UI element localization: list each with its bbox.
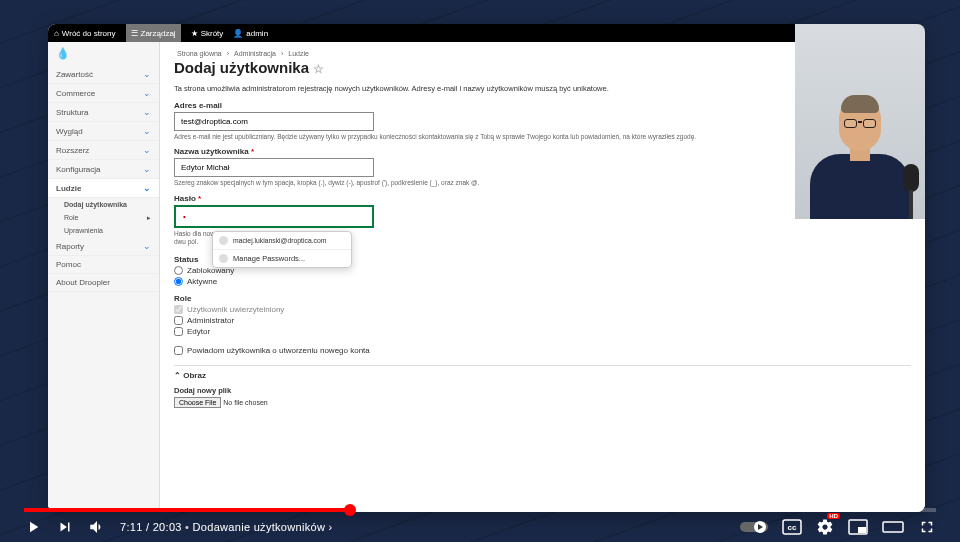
check-label: Powiadom użytkownika o utworzeniu nowego… [187, 346, 370, 355]
user-label: admin [246, 29, 268, 38]
radio-label: Aktywne [187, 277, 217, 286]
volume-button[interactable] [88, 518, 106, 536]
role-auth-checkbox [174, 305, 183, 314]
sidebar-item-help[interactable]: Pomoc [48, 256, 159, 274]
role-editor-checkbox[interactable] [174, 327, 183, 336]
theater-button[interactable] [882, 519, 904, 535]
image-accordion[interactable]: ⌃ Obraz [174, 371, 911, 380]
sidebar-item-reports[interactable]: Raporty⌄ [48, 237, 159, 256]
favorite-star-icon[interactable]: ☆ [313, 62, 324, 76]
microphone-icon [903, 164, 919, 219]
sidebar-item-people[interactable]: Ludzie⌄ [48, 179, 159, 198]
next-button[interactable] [56, 518, 74, 536]
presenter-webcam [795, 24, 925, 219]
crumb[interactable]: Administracja [234, 50, 276, 57]
chevron-right-icon[interactable]: › [329, 521, 333, 533]
star-icon: ★ [191, 29, 198, 38]
sidebar-item-config[interactable]: Konfiguracja⌄ [48, 160, 159, 179]
home-icon: ⌂ [54, 29, 59, 38]
sidebar-label: Struktura [56, 108, 88, 117]
check-label: Edytor [187, 327, 210, 336]
hd-badge: HD [827, 513, 840, 519]
autocomplete-suggestion[interactable]: maciej.lukianski@droptica.com [213, 232, 351, 249]
sidebar-label: Raporty [56, 242, 84, 251]
sidebar-item-appearance[interactable]: Wygląd⌄ [48, 122, 159, 141]
no-file-text: No file chosen [223, 399, 267, 406]
chevron-down-icon: ⌄ [143, 164, 151, 174]
sidebar-label: Rozszerz [56, 146, 89, 155]
sidebar-label: Commerce [56, 89, 95, 98]
user-icon: 👤 [233, 29, 243, 38]
notify-checkbox[interactable] [174, 346, 183, 355]
status-active-radio[interactable] [174, 277, 183, 286]
drupal-logo[interactable]: 💧 [48, 42, 159, 65]
chevron-down-icon: ⌄ [143, 241, 151, 251]
video-controls: 7:11 / 20:03 • Dodawanie użytkowników › … [24, 512, 936, 542]
shortcuts-menu[interactable]: ★ Skróty [191, 29, 224, 38]
chevron-down-icon: ⌄ [143, 145, 151, 155]
manage-passwords[interactable]: Manage Passwords... [213, 249, 351, 267]
sidebar-label: Zawartość [56, 70, 93, 79]
shortcuts-label: Skróty [201, 29, 224, 38]
sidebar-label: Wygląd [56, 127, 83, 136]
sidebar-sub-add-user[interactable]: Dodaj użytkownika [48, 198, 159, 211]
gear-icon [219, 254, 228, 263]
check-label: Administrator [187, 316, 234, 325]
crumb[interactable]: Ludzie [288, 50, 309, 57]
role-admin-checkbox[interactable] [174, 316, 183, 325]
manage-menu[interactable]: ☰ Zarządzaj [126, 24, 181, 42]
autoplay-toggle[interactable] [740, 520, 768, 534]
timecode: 7:11 / 20:03 • Dodawanie użytkowników › [120, 521, 332, 533]
chapter-title[interactable]: Dodawanie użytkowników [193, 521, 326, 533]
back-label: Wróć do strony [62, 29, 116, 38]
sidebar-label: Konfiguracja [56, 165, 100, 174]
sub-label: Role [64, 214, 78, 221]
back-to-site[interactable]: ⌂ Wróć do strony [54, 29, 116, 38]
menu-icon: ☰ [131, 29, 138, 38]
app-window: ⌂ Wróć do strony ☰ Zarządzaj ★ Skróty 👤 … [48, 24, 925, 512]
sidebar-sub-permissions[interactable]: Uprawnienia [48, 224, 159, 237]
fullscreen-button[interactable] [918, 518, 936, 536]
add-file-label: Dodaj nowy plik [174, 386, 911, 395]
admin-sidebar: 💧 Zawartość⌄ Commerce⌄ Struktura⌄ Wygląd… [48, 42, 160, 512]
user-menu[interactable]: 👤 admin [233, 29, 268, 38]
chevron-down-icon: ⌄ [143, 183, 151, 193]
chevron-down-icon: ⌄ [143, 126, 151, 136]
manage-label: Zarządzaj [141, 29, 176, 38]
svg-rect-5 [858, 527, 866, 533]
password-autocomplete: maciej.lukianski@droptica.com Manage Pas… [212, 231, 352, 268]
sidebar-item-commerce[interactable]: Commerce⌄ [48, 84, 159, 103]
chevron-down-icon: ⌄ [143, 69, 151, 79]
sidebar-item-content[interactable]: Zawartość⌄ [48, 65, 159, 84]
check-label: Użytkownik uwierzytelniony [187, 305, 284, 314]
chevron-down-icon: ⌄ [143, 88, 151, 98]
status-blocked-radio[interactable] [174, 266, 183, 275]
manage-text: Manage Passwords... [233, 254, 305, 263]
email-field[interactable] [174, 112, 374, 131]
sidebar-item-structure[interactable]: Struktura⌄ [48, 103, 159, 122]
sidebar-item-extend[interactable]: Rozszerz⌄ [48, 141, 159, 160]
sidebar-item-about[interactable]: About Droopler [48, 274, 159, 292]
subtitles-button[interactable]: cc [782, 519, 802, 535]
settings-button[interactable]: HD [816, 518, 834, 536]
crumb[interactable]: Strona główna [177, 50, 222, 57]
chevron-down-icon: ⌄ [143, 107, 151, 117]
key-icon [219, 236, 228, 245]
admin-topbar: ⌂ Wróć do strony ☰ Zarządzaj ★ Skróty 👤 … [48, 24, 925, 42]
svg-text:cc: cc [788, 523, 797, 532]
play-button[interactable] [24, 518, 42, 536]
svg-rect-6 [883, 522, 903, 532]
sidebar-label: Ludzie [56, 184, 81, 193]
sidebar-label: About Droopler [56, 278, 110, 287]
sidebar-sub-roles[interactable]: Role ▸ [48, 211, 159, 224]
miniplayer-button[interactable] [848, 519, 868, 535]
sidebar-label: Pomoc [56, 260, 81, 269]
suggestion-text: maciej.lukianski@droptica.com [233, 237, 326, 244]
role-label: Role [174, 294, 911, 303]
choose-file-button[interactable]: Choose File [174, 397, 221, 408]
username-field[interactable] [174, 158, 374, 177]
password-field[interactable] [174, 205, 374, 228]
